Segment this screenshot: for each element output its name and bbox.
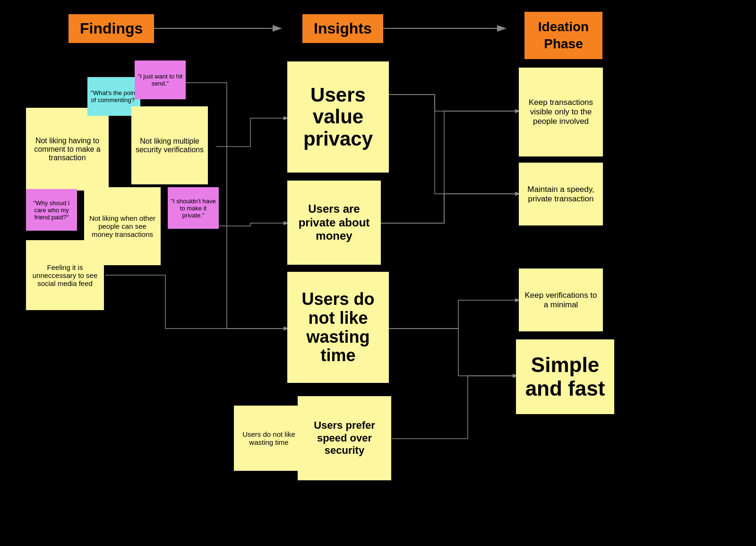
ideation-transactions-visible: Keep transactions visible only to the pe… — [519, 68, 603, 156]
ideation-simple-fast: Simple and fast — [516, 339, 614, 414]
insight-waste-time-2: Users do not like wasting time — [234, 406, 304, 471]
ideation-label: IdeationPhase — [524, 12, 602, 59]
ideation-text: IdeationPhase — [538, 18, 589, 53]
insights-label: Insights — [302, 14, 383, 43]
findings-label: Findings — [69, 14, 154, 43]
finding-quote-send: "I just want to hit send." — [135, 61, 186, 99]
insight-speed-security: Users prefer speed over security — [298, 396, 391, 480]
insight-private-money: Users are private about money — [287, 181, 381, 265]
ideation-verifications: Keep verifications to a minimal — [519, 269, 603, 331]
ideation-speedy-private: Maintain a speedy, private transaction — [519, 163, 603, 225]
finding-comment: Not liking having to comment to make a t… — [26, 108, 109, 191]
finding-social-feed: Feeling it is unneccessary to see social… — [26, 240, 104, 310]
finding-quote-private: "I shouldn't have to make it private." — [168, 187, 219, 229]
insight-privacy: Users value privacy — [287, 61, 389, 173]
insight-waste-time: Users do not like wasting time — [287, 272, 389, 383]
finding-security: Not liking multiple security verificatio… — [131, 106, 208, 184]
finding-quote-care: "Why shoud I care who my friend paid?" — [26, 189, 77, 231]
